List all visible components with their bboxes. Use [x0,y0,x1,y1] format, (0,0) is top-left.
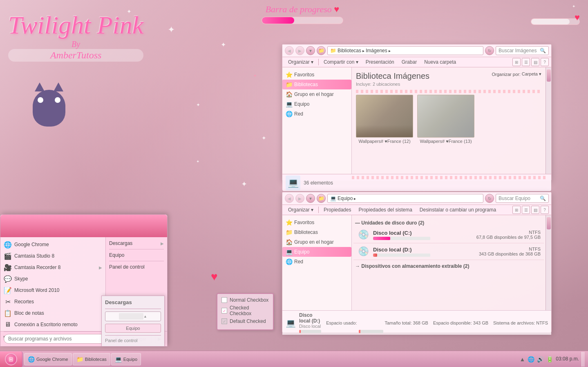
toolbar-right-bottom: ⊞ ☰ ▤ ? [512,206,549,214]
help-button-top[interactable]: ? [541,58,549,66]
back-button-top[interactable]: ◀ [285,46,294,55]
burn-button[interactable]: Grabar [398,58,420,66]
clock[interactable]: 03:08 p.m. [556,356,579,363]
library-header: Biblioteca Imágenes Incluye: 2 ubicacion… [356,71,541,87]
back-button-bottom[interactable]: ◀ [285,194,294,203]
start-item-notepad-label: Bloc de notas [14,310,44,316]
cb-default[interactable]: ✓ [221,318,227,324]
share-button-top[interactable]: Compartir con ▾ [320,58,362,66]
descargas-arrow: ▶ [161,241,164,246]
presentation-button[interactable]: Presentación [362,58,398,66]
taskbar-bibliotecas-icon: 📁 [76,356,83,363]
home-icon-bottom: 🏠 [286,239,292,245]
disk-info-d: Disco local (D:) [373,247,479,257]
nav-equipo-top[interactable]: 💻 Equipo [282,99,351,109]
nav-favoritos-top[interactable]: ⭐ Favoritos [282,70,351,80]
organize-button-top[interactable]: Organizar ▾ [285,58,317,66]
search-programs-input[interactable] [4,334,111,344]
star-icon-bottom: ⭐ [286,219,292,226]
address-bar-bottom: ◀ ▶ ▼ 📁 💻 Equipo ▸ ↻ Buscar Equipo 🔍 [282,192,551,205]
search-box-top[interactable]: Buscar Imágenes 🔍 [496,46,549,55]
nav-grupo-label-bottom: Grupo en el hogar [294,239,334,245]
show-desktop-button[interactable] [581,352,585,367]
start-item-notepad[interactable]: 📋 Bloc de notas [0,307,105,319]
start-item-camtasia-rec[interactable]: 🎥 Camtasia Recorder 8 ▶ [0,262,105,273]
start-right-equipo[interactable]: Equipo [106,251,167,260]
address-input-top[interactable]: 📁 Bibliotecas ▸ Imágenes ▸ [327,46,483,55]
start-right-panel[interactable]: Panel de control [106,262,167,271]
search-box-bottom[interactable]: Buscar Equipo 🔍 [496,194,549,203]
uninstall-button[interactable]: Desinstalar o cambiar un programa [416,206,499,214]
properties-button[interactable]: Propiedades [320,206,354,214]
view-btn-3[interactable]: ▤ [531,58,539,66]
start-item-chrome[interactable]: 🌐 Google Chrome [0,239,105,250]
start-item-recortes[interactable]: ✂ Recortes [0,296,105,307]
nav-bibliotecas-top[interactable]: 📁 Bibliotecas [282,80,351,89]
cb-normal-label: Normal Checkbox [230,297,268,303]
forward-button-top[interactable]: ▶ [295,46,304,55]
systray-network[interactable]: 🌐 [528,356,534,363]
view-btn-b2[interactable]: ☰ [522,206,530,214]
start-item-skype-label: Skype [14,276,28,282]
pc-icon-top: 💻 [286,101,292,107]
new-folder-button[interactable]: Nueva carpeta [421,58,459,66]
start-item-camtasia[interactable]: 🎬 Camtasia Studio 8 [0,250,105,262]
disk-bar-c-container [373,237,430,240]
taskbar-task-equipo[interactable]: 💻 Equipo [111,353,141,365]
folder-up-button[interactable]: 📁 [317,46,326,55]
refresh-button-bottom[interactable]: ↻ [485,194,494,203]
start-right-descargas[interactable]: Descargas ▶ [106,239,167,248]
arrow-icon: ▶ [99,265,102,270]
download-item-1: ▲ [105,311,161,321]
nav-red-top[interactable]: 🌐 Red [282,109,351,119]
dropdown-button-top[interactable]: ▼ [306,46,315,55]
nav-pane-top: ⭐ Favoritos 📁 Bibliotecas 🏠 Grupo en el … [282,67,352,174]
checkbox-checked: ✓ Checked Checkbox [221,305,269,316]
scrollbar-top[interactable] [546,67,551,174]
forward-button-bottom[interactable]: ▶ [295,194,304,203]
cb-normal[interactable] [221,297,227,303]
panel-sep-2 [105,335,161,336]
disk-info-c: Disco local (C:) [373,230,476,240]
taskbar-task-chrome[interactable]: 🌐 Google Chrome [24,353,72,365]
thumbnail-img-2 [417,95,474,138]
disk-item-d[interactable]: 💿 Disco local (D:) NTFS 343 GB disponibl… [353,243,544,260]
cb-checked[interactable]: ✓ [221,308,227,314]
library-organize[interactable]: Organizar por: Carpeta ▾ [492,71,541,77]
nav-favoritos-bottom[interactable]: ⭐ Favoritos [282,218,351,227]
disk-item-c[interactable]: 💿 Disco local (C:) NTFS 67,8 GB disponib… [353,227,544,243]
folder-icon-addr[interactable]: 📁 [317,194,326,203]
explorer-window-bottom: ◀ ▶ ▼ 📁 💻 Equipo ▸ ↻ Buscar Equipo 🔍 Org… [282,192,552,333]
start-item-skype[interactable]: 💬 Skype [0,273,105,285]
nav-grupo-bottom[interactable]: 🏠 Grupo en el hogar [282,237,351,247]
system-props-button[interactable]: Propiedades del sistema [355,206,415,214]
systray-sound[interactable]: 🔊 [537,356,544,363]
nav-bibliotecas-bottom[interactable]: 📁 Bibliotecas [282,227,351,237]
taskbar-task-bibliotecas[interactable]: 📁 Bibliotecas [73,353,110,365]
view-btn-b3[interactable]: ▤ [531,206,539,214]
start-item-word[interactable]: 📝 Microsoft Word 2010 [0,285,105,296]
nav-equipo-bottom[interactable]: 💻 Equipo [282,247,351,257]
help-button-bottom[interactable]: ? [541,206,549,214]
dropdown-button-bottom[interactable]: ▼ [306,194,315,203]
nav-grupo-top[interactable]: 🏠 Grupo en el hogar [282,89,351,99]
nav-red-bottom[interactable]: 🌐 Red [282,257,351,267]
systray-arrow[interactable]: ▲ [519,356,525,363]
organize-button-bottom[interactable]: Organizar ▾ [285,206,317,214]
systray-power[interactable]: 🔋 [546,356,553,363]
address-input-bottom[interactable]: 💻 Equipo ▸ [327,194,483,203]
refresh-button-top[interactable]: ↻ [485,46,494,55]
disk-footer-icon: 💻 [286,318,296,328]
disk-section-header-removable: → Dispositivos con almacenamiento extraí… [353,262,544,270]
scrollbar-bottom[interactable] [546,215,551,310]
view-btn-2[interactable]: ☰ [522,58,530,66]
view-btn-1[interactable]: ⊞ [512,58,521,66]
thumbnail-2[interactable]: Wallpapers# ♥France (13) [417,95,474,144]
view-btn-b1[interactable]: ⊞ [512,206,521,214]
start-item-remote[interactable]: 🖥 Conexión a Escritorio remoto [0,319,105,330]
sep-bottom-1 [318,207,319,213]
star-icon-top: ⭐ [286,71,292,78]
start-button[interactable]: ⊞ [0,351,22,367]
equipo-btn[interactable]: Equipo [105,324,161,333]
thumbnail-1[interactable]: Wallpapers# ♥France (12) [356,95,413,144]
